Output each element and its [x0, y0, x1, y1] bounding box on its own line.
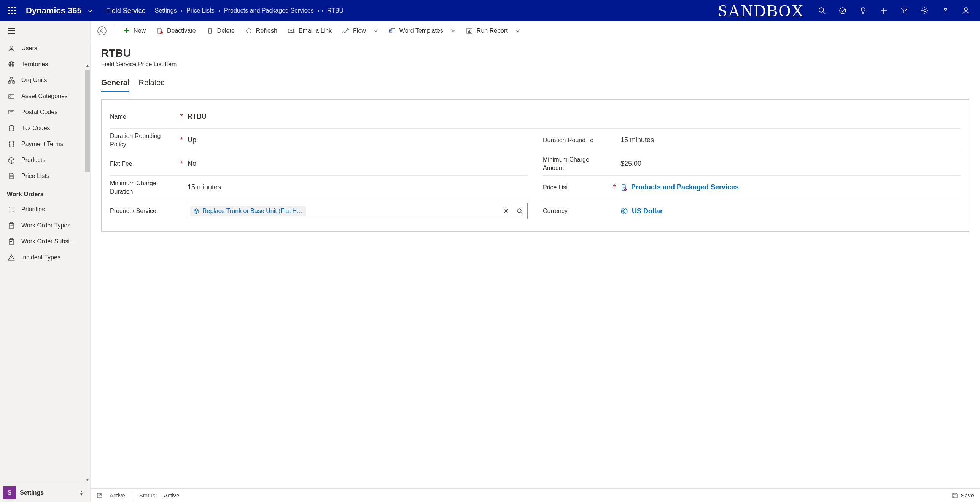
- field-duration-round-to[interactable]: Duration Round To 15 minutes: [543, 129, 961, 152]
- sidebar-item-asset-categories[interactable]: Asset Categories: [0, 88, 90, 104]
- trash-icon: [207, 27, 213, 34]
- refresh-button[interactable]: Refresh: [240, 22, 283, 40]
- box-icon: [8, 157, 15, 164]
- breadcrumb-settings[interactable]: Settings: [155, 7, 177, 14]
- run-report-button[interactable]: Run Report: [461, 22, 525, 40]
- go-back-button[interactable]: [94, 22, 110, 39]
- doc-icon: [8, 173, 15, 180]
- app-name-label[interactable]: Field Service: [106, 7, 146, 15]
- field-value[interactable]: Up: [185, 136, 528, 144]
- divider: [132, 492, 132, 499]
- field-label: Minimum Charge Duration: [110, 179, 178, 195]
- breadcrumb-price-lists[interactable]: Price Lists: [186, 7, 215, 14]
- brand-label[interactable]: Dynamics 365: [26, 6, 82, 16]
- sidebar-item-users[interactable]: Users: [0, 40, 90, 56]
- field-min-charge-duration[interactable]: Minimum Charge Duration 15 minutes: [110, 176, 528, 199]
- svg-rect-5: [14, 10, 16, 11]
- assistant-icon[interactable]: [853, 0, 873, 21]
- field-value[interactable]: $25.00: [617, 160, 961, 168]
- field-currency[interactable]: Currency $ US Dollar: [543, 199, 961, 223]
- field-label: Currency: [543, 207, 611, 215]
- field-label: Minimum Charge Amount: [543, 156, 611, 172]
- word-templates-button[interactable]: WWord Templates: [383, 22, 461, 40]
- svg-text:$: $: [622, 210, 624, 213]
- save-button[interactable]: Save: [952, 492, 974, 499]
- scrollbar-thumb[interactable]: [85, 70, 90, 172]
- svg-rect-25: [8, 81, 10, 83]
- svg-point-48: [343, 32, 344, 33]
- svg-rect-26: [13, 81, 14, 83]
- search-icon[interactable]: [812, 0, 832, 21]
- sidebar-item-wo-types[interactable]: Work Order Types: [0, 218, 90, 234]
- field-value[interactable]: 15 minutes: [185, 183, 528, 191]
- tab-related[interactable]: Related: [138, 78, 165, 92]
- field-product-service[interactable]: Product / Service Replace Trunk or Base …: [110, 199, 528, 223]
- filter-icon[interactable]: [894, 0, 915, 21]
- field-duration-rounding-policy[interactable]: Duration Rounding Policy * Up: [110, 129, 528, 152]
- popout-icon[interactable]: [97, 492, 103, 499]
- site-map-panel: ▲ ▼ Users Territories Org Units Asset Ca…: [0, 21, 91, 502]
- form-card: Name * RTBU Duration Rounding Policy * U…: [101, 99, 969, 232]
- chevron-right-icon: ›: [181, 7, 183, 14]
- field-price-list[interactable]: Price List * Products and Packaged Servi…: [543, 176, 961, 199]
- product-service-lookup-input[interactable]: Replace Trunk or Base Unit (Flat H…: [188, 203, 528, 219]
- sidebar-item-wo-subst[interactable]: Work Order Subst…: [0, 234, 90, 249]
- svg-rect-53: [468, 31, 469, 33]
- new-button[interactable]: New: [118, 22, 151, 40]
- search-icon[interactable]: [514, 208, 525, 214]
- lookup-pill[interactable]: Replace Trunk or Base Unit (Flat H…: [190, 206, 306, 216]
- help-icon[interactable]: [935, 0, 956, 21]
- settings-gear-icon[interactable]: [915, 0, 935, 21]
- field-value[interactable]: RTBU: [185, 113, 961, 121]
- area-label: Settings: [20, 489, 78, 496]
- scroll-down-icon[interactable]: ▼: [85, 477, 90, 482]
- lookup-value[interactable]: Products and Packaged Services: [617, 183, 961, 191]
- sidebar-item-tax-codes[interactable]: Tax Codes: [0, 120, 90, 136]
- brand-chevron-icon[interactable]: [85, 8, 95, 13]
- chevron-right-icon: › ›: [318, 7, 323, 14]
- sidebar-item-org-units[interactable]: Org Units: [0, 72, 90, 88]
- svg-rect-1: [11, 7, 13, 8]
- svg-point-33: [9, 141, 14, 143]
- chevron-down-icon: [451, 29, 455, 33]
- sidebar-item-label: Users: [21, 45, 37, 52]
- svg-line-10: [823, 12, 825, 14]
- sidebar-item-incident-types[interactable]: Incident Types: [0, 249, 90, 265]
- tab-general[interactable]: General: [101, 78, 129, 92]
- svg-rect-4: [11, 10, 13, 11]
- field-value[interactable]: 15 minutes: [617, 136, 961, 144]
- required-icon: *: [178, 136, 185, 144]
- svg-point-62: [624, 209, 627, 213]
- flow-button[interactable]: Flow: [337, 22, 383, 40]
- sidebar-item-products[interactable]: Products: [0, 152, 90, 168]
- task-flow-icon[interactable]: [832, 0, 853, 21]
- sidebar-item-postal-codes[interactable]: Postal Codes: [0, 104, 90, 120]
- deactivate-button[interactable]: Deactivate: [151, 22, 201, 40]
- lookup-value[interactable]: $ US Dollar: [617, 207, 961, 215]
- area-switcher[interactable]: S Settings ▲▼: [0, 483, 90, 502]
- field-name[interactable]: Name * RTBU: [110, 105, 961, 129]
- sidebar-item-priorities[interactable]: Priorities: [0, 202, 90, 218]
- sitemap-toggle-icon[interactable]: [0, 21, 90, 40]
- quick-create-icon[interactable]: [873, 0, 894, 21]
- field-value[interactable]: No: [185, 160, 528, 168]
- breadcrumb-products[interactable]: Products and Packaged Services: [224, 7, 314, 14]
- svg-rect-0: [8, 7, 10, 8]
- sidebar-item-price-lists[interactable]: Price Lists: [0, 168, 90, 184]
- sidebar-item-payment-terms[interactable]: Payment Terms: [0, 136, 90, 152]
- svg-rect-3: [8, 10, 10, 11]
- globe-icon: [8, 61, 15, 68]
- app-launcher-icon[interactable]: [4, 2, 21, 19]
- currency-icon: $: [620, 208, 628, 214]
- clear-icon[interactable]: [501, 208, 511, 214]
- sidebar-item-label: Org Units: [21, 77, 47, 84]
- field-min-charge-amount[interactable]: Minimum Charge Amount $25.00: [543, 152, 961, 176]
- scroll-up-icon[interactable]: ▲: [85, 62, 90, 68]
- email-link-button[interactable]: Email a Link: [283, 22, 337, 40]
- field-flat-fee[interactable]: Flat Fee * No: [110, 152, 528, 176]
- user-profile-icon[interactable]: [956, 0, 976, 21]
- svg-line-60: [521, 212, 522, 214]
- sidebar-item-territories[interactable]: Territories: [0, 56, 90, 72]
- delete-button[interactable]: Delete: [201, 22, 240, 40]
- svg-point-41: [11, 259, 12, 260]
